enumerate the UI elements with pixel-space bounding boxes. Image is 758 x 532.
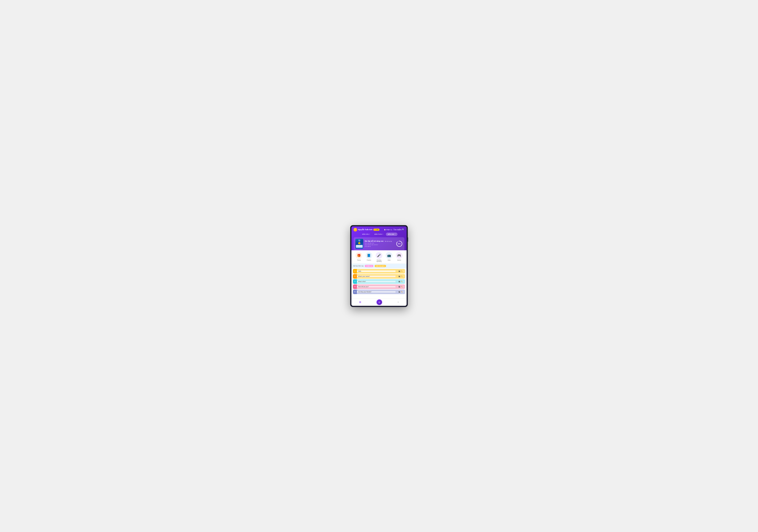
theory-icon-wrap: 🎁 xyxy=(356,252,362,259)
book-meta-updated: Cập nhật lần cuối 12/5/2017 xyxy=(365,244,395,246)
top-right-actions: 📋 Nhiệm vụ Tìm kiếm 🔍 xyxy=(384,229,404,231)
lesson-item-2[interactable]: 2 What's your name? ☆ 🎬 ✏️ □ xyxy=(353,274,405,279)
lesson-number-1: 1 xyxy=(353,269,357,273)
star-icon-4[interactable]: ☆ xyxy=(396,286,398,287)
lesson-list: 1 Hello ☆ 🎬 ✏️ □ 2 What's your name? ☆ 🎬 xyxy=(351,268,407,299)
check-icon-2[interactable]: □ xyxy=(403,275,404,277)
star-icon-2[interactable]: ☆ xyxy=(396,275,398,277)
book-info: Bài tập bổ trợ nâng cao Tiến độ học tập … xyxy=(365,240,395,247)
top-bar: Nguyễn Tuấn Anh 350 📋 Nhiệm vụ Tìm kiếm … xyxy=(354,228,404,231)
edit-icon-3[interactable]: ✏️ xyxy=(401,281,403,282)
calendar-icon: 📋 xyxy=(384,229,386,231)
lesson-actions-2: ☆ 🎬 ✏️ □ xyxy=(396,274,405,279)
nav-home[interactable]: ⊞ xyxy=(359,301,361,303)
book-cover: TIẾNGANH 3 xyxy=(355,239,363,249)
games-icon: 🎮 xyxy=(397,254,401,257)
lesson-item-3[interactable]: 3 What is this? ☆ 🎬 ✏️ □ xyxy=(353,279,405,284)
content-area: 🎁 Theory 📘 Practice 🎤 ReadingSpeaking xyxy=(351,250,407,306)
video-label: Video xyxy=(388,260,391,261)
features-row: 🎁 Theory 📘 Practice 🎤 ReadingSpeaking xyxy=(351,250,407,264)
dropdown-arrow-toan: ▼ xyxy=(382,233,383,235)
avatar xyxy=(354,228,357,231)
video-icon-4[interactable]: 🎬 xyxy=(398,286,400,287)
check-icon-5[interactable]: □ xyxy=(403,291,404,293)
lesson-number-5: 5 xyxy=(353,290,357,294)
lesson-title-3: What is this? xyxy=(357,281,396,282)
practice-icon: 📘 xyxy=(367,254,371,257)
feature-practice[interactable]: 📘 Practice xyxy=(366,252,372,262)
edit-icon-4[interactable]: ✏️ xyxy=(401,286,403,287)
search-icon: 🔍 xyxy=(402,229,404,231)
feature-reading[interactable]: 🎤 ReadingSpeaking xyxy=(376,252,382,262)
subject-tab-anh[interactable]: MÔN ANH ▼ xyxy=(386,233,397,236)
theory-icon: 🎁 xyxy=(357,254,361,257)
lesson-title-2: What's your name? xyxy=(357,276,396,277)
nav-center-button[interactable]: ◎ xyxy=(377,300,382,305)
theory-label: Theory xyxy=(357,260,361,261)
bottom-nav: ⊞ ◎ + xyxy=(351,299,407,306)
lesson-item-5[interactable]: 5 Are they your friends? ☆ 🎬 ✏️ □ xyxy=(353,290,405,294)
book-meta-year: Năm xuất bản 2018 xyxy=(365,242,395,244)
feature-games[interactable]: 🎮 Games xyxy=(396,252,402,262)
lesson-actions-4: ☆ 🎬 ✏️ □ xyxy=(396,284,405,289)
subject-tab-van[interactable]: MÔN VĂN ▼ xyxy=(361,233,371,236)
check-icon-4[interactable]: □ xyxy=(403,286,404,287)
feature-video[interactable]: 📺 Video xyxy=(386,252,392,262)
star-icon-1[interactable]: ☆ xyxy=(396,270,398,272)
subject-tab-toan[interactable]: MÔN TOÁN ▼ xyxy=(373,233,385,236)
subject-tabs: MÔN VĂN ▼ MÔN TOÁN ▼ MÔN ANH ▼ xyxy=(354,233,404,236)
lesson-number-2: 2 xyxy=(353,274,357,279)
subject-toan-label: MÔN TOÁN xyxy=(374,233,382,235)
nav-add[interactable]: + xyxy=(397,301,399,303)
book-cover-number: 3 xyxy=(358,242,361,244)
video-icon: 📺 xyxy=(387,254,391,257)
nhiemvu-button[interactable]: 📋 Nhiệm vụ xyxy=(384,229,392,231)
video-icon-2[interactable]: 🎬 xyxy=(398,275,400,277)
lesson-item-4[interactable]: 4 How old are you? ☆ 🎬 ✏️ □ xyxy=(353,284,405,289)
lesson-actions-3: ☆ 🎬 ✏️ □ xyxy=(396,279,405,284)
tab-nhiemvu[interactable]: Nhiệm vụ xyxy=(365,265,373,267)
lesson-tabs: Bài học hôm nay Nhiệm vụ Nội dung gợi ý xyxy=(351,264,407,268)
games-icon-wrap: 🎮 xyxy=(396,252,402,259)
feature-theory[interactable]: 🎁 Theory xyxy=(356,252,362,262)
header-area: Nguyễn Tuấn Anh 350 📋 Nhiệm vụ Tìm kiếm … xyxy=(351,226,407,250)
power-button[interactable] xyxy=(408,237,408,242)
lesson-actions-5: ☆ 🎬 ✏️ □ xyxy=(396,290,405,294)
check-icon-3[interactable]: □ xyxy=(403,281,404,282)
progress-circle: 86% xyxy=(396,240,403,247)
subject-van-label: MÔN VĂN xyxy=(362,233,369,235)
games-label: Games xyxy=(397,260,401,261)
coin-badge: 350 xyxy=(373,229,379,231)
book-card: TIẾNGANH 3 Bài tập bổ trợ nâng cao Tiến … xyxy=(354,237,404,250)
lesson-title-4: How old are you? xyxy=(357,286,396,287)
subject-anh-label: MÔN ANH xyxy=(388,233,394,235)
reading-icon: 🎤 xyxy=(377,254,381,257)
nhiemvu-label: Nhiệm vụ xyxy=(386,229,392,231)
video-icon-5[interactable]: 🎬 xyxy=(398,291,400,293)
book-meta-views: 6544 lượt tới xyxy=(365,246,395,247)
tablet-frame: Nguyễn Tuấn Anh 350 📋 Nhiệm vụ Tìm kiếm … xyxy=(350,225,408,307)
video-icon-3[interactable]: 🎬 xyxy=(398,281,400,282)
tab-noidung[interactable]: Nội dung gợi ý xyxy=(375,265,386,267)
book-subtitle: Tiến độ học tập xyxy=(385,241,392,242)
tablet-screen: Nguyễn Tuấn Anh 350 📋 Nhiệm vụ Tìm kiếm … xyxy=(351,226,407,306)
star-icon-5[interactable]: ☆ xyxy=(396,291,398,293)
video-icon-1[interactable]: 🎬 xyxy=(398,270,400,272)
edit-icon-2[interactable]: ✏️ xyxy=(401,275,403,277)
lesson-number-3: 3 xyxy=(353,279,357,284)
search-button[interactable]: Tìm kiếm 🔍 xyxy=(394,229,404,231)
lesson-title-5: Are they your friends? xyxy=(357,291,396,293)
user-info: Nguyễn Tuấn Anh 350 xyxy=(354,228,379,231)
edit-icon-1[interactable]: ✏️ xyxy=(401,270,403,272)
edit-icon-5[interactable]: ✏️ xyxy=(401,291,403,293)
reading-icon-wrap: 🎤 xyxy=(376,252,382,259)
star-icon-3[interactable]: ☆ xyxy=(396,281,398,282)
dropdown-arrow-anh: ▼ xyxy=(395,233,396,235)
coin-count: 350 xyxy=(376,229,379,231)
check-icon-1[interactable]: □ xyxy=(403,270,404,272)
dropdown-arrow-van: ▼ xyxy=(369,233,370,235)
book-main-title: Bài tập bổ trợ nâng cao Tiến độ học tập xyxy=(365,240,395,242)
lesson-actions-1: ☆ 🎬 ✏️ □ xyxy=(396,269,405,273)
coin-icon xyxy=(374,229,376,231)
lesson-item-1[interactable]: 1 Hello ☆ 🎬 ✏️ □ xyxy=(353,269,405,273)
